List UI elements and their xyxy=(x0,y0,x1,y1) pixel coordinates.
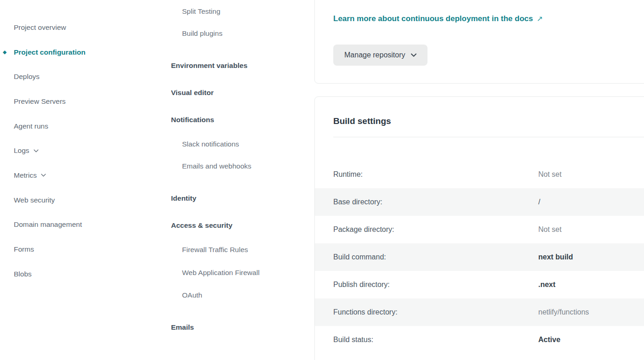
row-label: Package directory: xyxy=(333,225,538,234)
row-label: Build status: xyxy=(333,336,538,344)
row-value: netlify/functions xyxy=(538,308,644,316)
row-value: Active xyxy=(538,336,644,344)
sidebar-item-metrics[interactable]: Metrics xyxy=(14,163,152,188)
chevron-down-icon xyxy=(411,53,416,57)
subnav-item-slack-notifications[interactable]: Slack notifications xyxy=(171,133,265,155)
subnav-item-visual-editor[interactable]: Visual editor xyxy=(171,79,265,106)
row-value: .next xyxy=(538,281,644,289)
subnav-item-access-and-security[interactable]: Access & security xyxy=(171,212,265,239)
subnav-item-emails-and-webhooks[interactable]: Emails and webhooks xyxy=(171,155,265,177)
docs-link-label: Learn more about continuous deployment i… xyxy=(333,13,533,24)
chevron-down-icon xyxy=(34,149,39,152)
sidebar-item-logs[interactable]: Logs xyxy=(14,138,152,163)
manage-repository-label: Manage repository xyxy=(344,51,405,59)
manage-repository-button[interactable]: Manage repository xyxy=(333,45,427,66)
table-row-publish-directory: Publish directory: .next xyxy=(315,271,644,298)
sidebar-item-label: Metrics xyxy=(14,171,37,180)
configuration-subnav: Split Testing Build plugins Environment … xyxy=(171,0,265,341)
table-row-base-directory: Base directory: / xyxy=(315,188,644,216)
subnav-item-identity[interactable]: Identity xyxy=(171,185,265,212)
sidebar-item-blobs[interactable]: Blobs xyxy=(14,262,152,287)
subnav-item-firewall-traffic-rules[interactable]: Firewall Traffic Rules xyxy=(171,239,265,261)
sidebar-item-forms[interactable]: Forms xyxy=(14,237,152,262)
table-row-package-directory: Package directory: Not set xyxy=(315,216,644,243)
divider xyxy=(333,137,644,137)
subnav-item-environment-variables[interactable]: Environment variables xyxy=(171,52,265,79)
sidebar-item-project-configuration[interactable]: ◆ Project configuration xyxy=(14,40,152,65)
sidebar-item-project-overview[interactable]: Project overview xyxy=(14,15,152,40)
sidebar-item-deploys[interactable]: Deploys xyxy=(14,64,152,89)
subnav-item-split-testing[interactable]: Split Testing xyxy=(171,0,265,22)
row-value: Not set xyxy=(538,225,644,234)
sidebar-item-domain-management[interactable]: Domain management xyxy=(14,213,152,237)
row-value: Not set xyxy=(538,170,644,179)
subnav-item-emails[interactable]: Emails xyxy=(171,314,265,341)
sidebar-item-web-security[interactable]: Web security xyxy=(14,188,152,213)
docs-link[interactable]: Learn more about continuous deployment i… xyxy=(333,13,543,24)
build-settings-table: Runtime: Not set Base directory: / Packa… xyxy=(315,161,644,354)
external-link-icon: ↗ xyxy=(536,13,542,24)
active-diamond-icon: ◆ xyxy=(3,50,6,55)
sidebar-item-preview-servers[interactable]: Preview Servers xyxy=(14,89,152,114)
build-settings-title: Build settings xyxy=(315,115,644,127)
row-label: Publish directory: xyxy=(333,281,538,289)
sidebar-item-label: Project configuration xyxy=(14,48,85,56)
row-value: next build xyxy=(538,253,644,261)
subnav-item-web-application-firewall[interactable]: Web Application Firewall xyxy=(171,261,265,284)
continuous-deployment-card: Learn more about continuous deployment i… xyxy=(314,0,644,84)
sidebar-item-agent-runs[interactable]: Agent runs xyxy=(14,114,152,139)
row-label: Base directory: xyxy=(333,198,538,206)
row-label: Functions directory: xyxy=(333,308,538,316)
row-label: Runtime: xyxy=(333,170,538,179)
table-row-build-status: Build status: Active xyxy=(315,326,644,354)
row-value: / xyxy=(538,198,644,206)
sidebar-item-label: Logs xyxy=(14,146,29,155)
subnav-item-oauth[interactable]: OAuth xyxy=(171,284,265,306)
subnav-item-build-plugins[interactable]: Build plugins xyxy=(171,22,265,45)
table-row-runtime: Runtime: Not set xyxy=(315,161,644,188)
build-settings-card: Build settings Runtime: Not set Base dir… xyxy=(314,96,644,360)
row-label: Build command: xyxy=(333,253,538,261)
primary-sidebar: Project overview ◆ Project configuration… xyxy=(14,15,152,287)
table-row-functions-directory: Functions directory: netlify/functions xyxy=(315,298,644,326)
table-row-build-command: Build command: next build xyxy=(315,243,644,271)
subnav-item-notifications[interactable]: Notifications xyxy=(171,106,265,133)
chevron-down-icon xyxy=(41,174,46,177)
